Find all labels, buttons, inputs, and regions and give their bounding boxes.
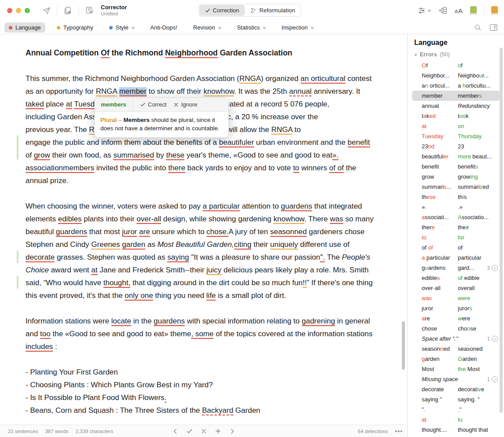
error-word[interactable]: RNGA: [239, 74, 261, 84]
error-row[interactable]: »..»: [412, 202, 500, 212]
error-row[interactable]: chosechoose: [412, 323, 500, 334]
previous-detection-button[interactable]: [171, 427, 179, 435]
error-word[interactable]: uniquely: [270, 240, 298, 250]
error-word[interactable]: guardens: [154, 317, 185, 326]
error-word[interactable]: are: [139, 228, 150, 237]
error-row[interactable]: Neighbor...Neighbour...: [412, 70, 500, 81]
error-word[interactable]: RNGA: [96, 87, 117, 96]
ignore-button[interactable]: Ignore: [173, 101, 197, 108]
error-word[interactable]: taked: [26, 100, 44, 109]
error-word[interactable]: juicy: [206, 266, 221, 275]
error-word[interactable]: !!: [302, 279, 306, 288]
search-icon[interactable]: [474, 24, 482, 31]
error-word[interactable]: Of: [101, 48, 109, 58]
error-row[interactable]: ediblesof edible: [412, 273, 500, 283]
error-row[interactable]: tofor: [412, 232, 500, 242]
error-word[interactable]: guardens: [56, 228, 87, 237]
error-word[interactable]: Greenes: [91, 240, 120, 250]
panel-layout-icon[interactable]: [438, 6, 448, 15]
add-to-dictionary-button[interactable]: [213, 427, 222, 435]
error-row[interactable]: atto: [412, 415, 500, 425]
error-row[interactable]: Ofof: [412, 60, 500, 70]
error-row[interactable]: gardenGarden: [412, 354, 500, 364]
error-row[interactable]: seasonnedseasoned: [412, 344, 500, 354]
share-icon[interactable]: [42, 7, 51, 15]
error-word[interactable]: to: [293, 164, 299, 173]
error-word[interactable]: , some: [191, 330, 213, 339]
error-word[interactable]: Neighborhood: [165, 48, 218, 58]
error-row[interactable]: guardensgard...3›: [412, 263, 500, 273]
correct-button[interactable]: Correct: [140, 101, 167, 108]
errors-group-header[interactable]: ∨ Errors (50): [414, 51, 504, 58]
more-options-icon[interactable]: •••: [395, 428, 403, 435]
error-word[interactable]: over-all: [136, 215, 161, 224]
approve-button[interactable]: [185, 427, 194, 435]
error-row[interactable]: aton: [412, 121, 500, 131]
error-word[interactable]: was: [330, 215, 343, 224]
tab-correction[interactable]: Correction: [199, 5, 245, 16]
error-row[interactable]: benefitbenefits: [412, 162, 500, 172]
error-word[interactable]: decorate: [26, 253, 55, 262]
error-word[interactable]: of of: [329, 164, 344, 173]
close-window-button[interactable]: [7, 8, 12, 13]
occurrence-badge[interactable]: 1›: [487, 336, 498, 342]
error-row[interactable]: associati...Associatio...: [412, 212, 500, 222]
error-row[interactable]: jurorjurors: [412, 303, 500, 313]
error-word[interactable]: guardens: [281, 202, 312, 211]
tab-typography[interactable]: Typography: [52, 22, 98, 33]
reinsert-document-icon[interactable]: [85, 6, 94, 15]
error-word[interactable]: saying: [167, 253, 189, 262]
error-word[interactable]: there: [168, 164, 185, 173]
error-word[interactable]: beautifuler: [219, 138, 254, 147]
tab-anti-oops-[interactable]: Anti-Oops!: [146, 22, 181, 33]
error-word[interactable]: annual: [289, 87, 312, 96]
error-word[interactable]: grow: [34, 151, 50, 160]
error-word[interactable]: an orticultural: [301, 74, 346, 84]
tab-style[interactable]: Style∨: [105, 22, 139, 33]
error-row[interactable]: an orticul...a horticultu...: [412, 81, 500, 91]
tab-inspection[interactable]: Inspection∨: [277, 22, 318, 33]
reject-button[interactable]: [199, 427, 208, 435]
error-row[interactable]: beautifulermore beaut...: [412, 151, 500, 162]
error-word[interactable]: benefit: [348, 138, 370, 147]
tab-revision[interactable]: Revision∨: [189, 22, 225, 33]
suggested-word[interactable]: members: [95, 101, 132, 108]
error-row[interactable]: of ofof: [412, 242, 500, 253]
error-word[interactable]: ».: [332, 151, 338, 160]
error-word[interactable]: knowhow: [203, 87, 234, 96]
error-row[interactable]: saying "saying, ": [412, 394, 500, 404]
tab-reformulation[interactable]: Reformulation: [245, 5, 301, 16]
copy-with-corrections-icon[interactable]: [63, 6, 72, 15]
error-row[interactable]: thesethis: [412, 192, 500, 202]
editor-scrollbar[interactable]: [402, 321, 405, 370]
display-settings-icon[interactable]: ∨: [417, 7, 431, 15]
error-row[interactable]: theretheir: [412, 222, 500, 232]
tab-language[interactable]: Language: [4, 22, 45, 33]
error-word[interactable]: at: [91, 266, 97, 275]
error-row[interactable]: Mostthe Most: [412, 364, 500, 374]
text-size-icon[interactable]: AA: [455, 7, 463, 15]
error-row[interactable]: annualRedundancy: [412, 101, 500, 111]
error-word[interactable]: thought,: [103, 279, 130, 288]
error-word[interactable]: too: [40, 330, 51, 339]
error-row[interactable]: takedtook: [412, 111, 500, 121]
error-word[interactable]: at: [66, 100, 72, 109]
minimize-window-button[interactable]: [16, 8, 21, 13]
error-word[interactable]: juror: [122, 228, 137, 237]
sidebar-toggle-icon[interactable]: [489, 24, 498, 31]
error-category-row[interactable]: Space after “.”1›: [412, 334, 500, 344]
error-row[interactable]: arewere: [412, 313, 500, 323]
error-word[interactable]: member: [119, 87, 147, 96]
error-row[interactable]: "..": [412, 404, 500, 415]
error-word[interactable]: summarised: [113, 151, 154, 160]
error-word[interactable]: garden: [122, 240, 145, 250]
error-word[interactable]: knowhow: [273, 215, 304, 224]
dictionary-icon[interactable]: [470, 6, 477, 15]
error-row[interactable]: summaris...summarized: [412, 182, 500, 192]
error-row[interactable]: decoratedecorative: [412, 384, 500, 394]
error-word[interactable]: includes: [26, 342, 53, 352]
error-row[interactable]: thought,...thought that: [412, 425, 500, 435]
occurrence-badge[interactable]: 3›: [487, 265, 498, 271]
error-word[interactable]: citing: [234, 240, 252, 250]
error-word[interactable]: gadrening: [302, 317, 335, 326]
